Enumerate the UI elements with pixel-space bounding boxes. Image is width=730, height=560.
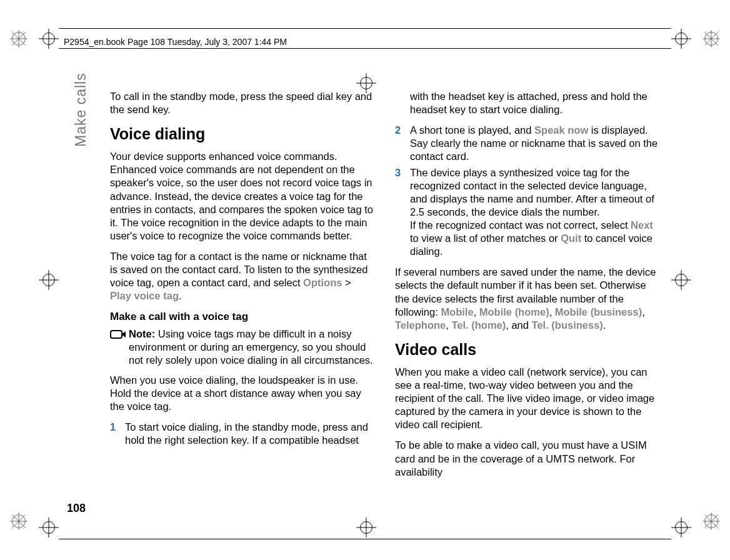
step-2: 2 A short tone is played, and Speak now … (395, 124, 660, 163)
cropmark-bc (356, 518, 376, 538)
ui-next: Next (631, 219, 653, 231)
heading-make-call-voice-tag: Make a call with a voice tag (110, 310, 375, 324)
para-video-desc: When you make a video call (network serv… (395, 366, 660, 432)
step-1-body: To start voice dialing, in the standby m… (125, 421, 375, 447)
note-icon (110, 328, 129, 367)
heading-video-calls: Video calls (395, 339, 660, 359)
ui-play-voice-tag: Play voice tag (110, 290, 179, 301)
page-border-bottom (59, 539, 671, 539)
step-3-body: The device plays a synthesized voice tag… (410, 166, 660, 259)
ui-quit: Quit (561, 232, 581, 244)
step-2-num: 2 (395, 124, 410, 163)
cropmark-mr (671, 270, 691, 290)
regmark-tr (702, 30, 720, 48)
chapter-label: Make calls (72, 72, 89, 147)
step-3: 3 The device plays a synthesized voice t… (395, 166, 660, 259)
ui-tel-home: Tel. (home) (451, 319, 506, 331)
cropmark-tr (671, 29, 691, 49)
page-number: 108 (67, 502, 86, 515)
ui-mobile-home: Mobile (home) (479, 306, 549, 318)
ui-mobile-business: Mobile (business) (555, 306, 642, 318)
left-column: To call in the standby mode, press the s… (110, 90, 375, 486)
ui-tel-business: Tel. (business) (532, 319, 603, 331)
step-2-body: A short tone is played, and Speak now is… (410, 124, 660, 163)
step-1-num: 1 (110, 421, 125, 447)
cropmark-br (671, 518, 691, 538)
note-label: Note: (129, 328, 155, 339)
regmark-bl (10, 512, 28, 530)
page-border-top2 (59, 48, 671, 49)
right-column: with the headset key is attached, press … (395, 90, 660, 486)
content-area: To call in the standby mode, press the s… (110, 90, 660, 486)
page-border-top1 (59, 28, 671, 29)
para-speed-dial: To call in the standby mode, press the s… (110, 90, 375, 116)
ui-telephone: Telephone (395, 319, 446, 331)
step-1-cont: with the headset key is attached, press … (395, 90, 660, 116)
para-video-req: To be able to make a video call, you mus… (395, 439, 660, 478)
heading-voice-dialing: Voice dialing (110, 124, 375, 144)
regmark-tl (10, 30, 28, 48)
cropmark-ml (39, 270, 59, 290)
para-voice-desc: Your device supports enhanced voice comm… (110, 150, 375, 242)
cropmark-bl (39, 518, 59, 538)
svg-rect-20 (111, 331, 122, 338)
para-loudspeaker: When you use voice dialing, the loudspea… (110, 374, 375, 413)
note-block: Note: Using voice tags may be difficult … (110, 328, 375, 367)
ui-speak-now: Speak now (534, 124, 588, 136)
para-voice-tag: The voice tag for a contact is the name … (110, 250, 375, 302)
running-header: P2954_en.book Page 108 Tuesday, July 3, … (64, 37, 666, 47)
step-1: 1 To start voice dialing, in the standby… (110, 421, 375, 447)
regmark-br (702, 512, 720, 530)
ui-mobile: Mobile (441, 306, 473, 318)
note-text: Using voice tags may be difficult in a n… (129, 328, 373, 366)
para-multiple-numbers: If several numbers are saved under the n… (395, 266, 660, 332)
step-3-num: 3 (395, 166, 410, 259)
ui-options: Options (303, 277, 342, 288)
cropmark-tl (39, 29, 59, 49)
